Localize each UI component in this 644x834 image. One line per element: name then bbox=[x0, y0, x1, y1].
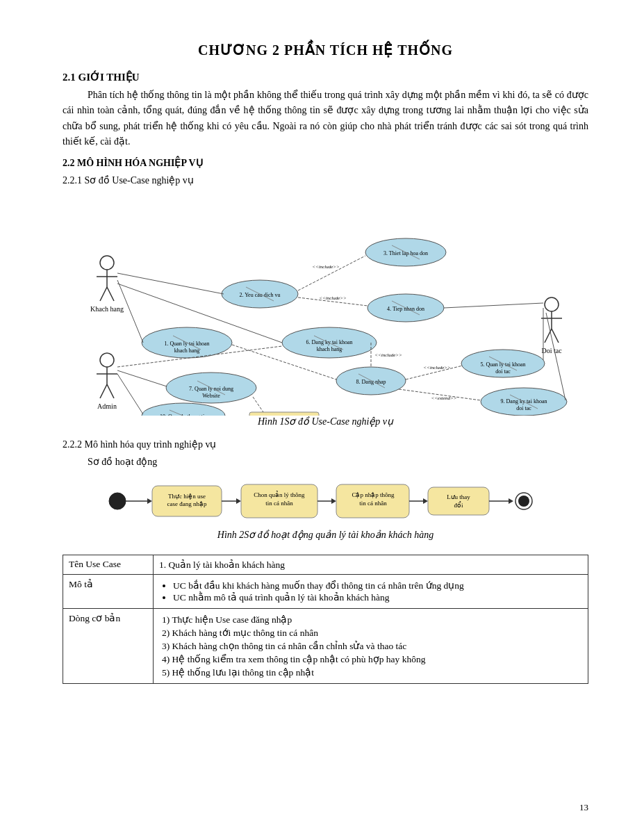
table-cell-label-2: Mô tả bbox=[63, 574, 154, 608]
svg-text:10. Quan ly thong tin: 10. Quan ly thong tin bbox=[159, 414, 206, 416]
table-row-description: Mô tả UC bắt đầu khi khách hàng muốn tha… bbox=[63, 574, 588, 608]
svg-text:tin cá nhân: tin cá nhân bbox=[265, 500, 293, 507]
flow-item-4: 4) Hệ thống kiểm tra xem thông tin cập n… bbox=[162, 653, 582, 665]
svg-text:6. Dang ky tai khoan: 6. Dang ky tai khoan bbox=[306, 339, 352, 345]
table-row-title: Tên Use Case 1. Quản lý tài khoản khách … bbox=[63, 555, 588, 574]
flow-item-5: 5) Hệ thống lưu lại thông tin cập nhật bbox=[162, 667, 582, 678]
svg-text:5. Quan ly tai khoan: 5. Quan ly tai khoan bbox=[480, 361, 525, 368]
svg-marker-96 bbox=[423, 498, 428, 504]
activity-caption: Hình 2Sơ đồ hoạt động quản lý tài khoản … bbox=[217, 529, 434, 541]
section-2-1-title: 2.1 GIỚI THIỆU bbox=[63, 71, 588, 83]
flow-item-3: 3) Khách hàng chọn thông tin cá nhân cần… bbox=[162, 640, 582, 652]
activity-svg: Thực hiện use case đang nhập Chon quản l… bbox=[100, 473, 552, 529]
section-2-1-text: Phân tích hệ thống thông tin là một phần… bbox=[63, 88, 588, 150]
svg-text:<<extend>>: <<extend>> bbox=[431, 395, 456, 401]
page: CHƯƠNG 2 PHẦN TÍCH HỆ THỐNG 2.1 GIỚI THI… bbox=[0, 0, 644, 834]
table-cell-label-3: Dòng cơ bản bbox=[63, 608, 154, 683]
svg-text:9. Dang ky tai khoan: 9. Dang ky tai khoan bbox=[500, 398, 547, 404]
svg-marker-91 bbox=[331, 498, 336, 504]
svg-marker-86 bbox=[236, 498, 241, 504]
page-number: 13 bbox=[579, 802, 588, 813]
activity-diagram: Thực hiện use case đang nhập Chon quản l… bbox=[63, 473, 588, 549]
svg-text:Khach hang: Khach hang bbox=[90, 305, 123, 313]
description-item-1: UC bắt đầu khi khách hàng muốn thay đổi … bbox=[173, 580, 582, 591]
svg-text:Website: Website bbox=[202, 393, 220, 399]
svg-text:7. Quan ly noi dung: 7. Quan ly noi dung bbox=[189, 386, 233, 392]
table-row-flow: Dòng cơ bản 1) Thực hiện Use case đăng n… bbox=[63, 608, 588, 683]
svg-text:tin cá nhân: tin cá nhân bbox=[359, 500, 387, 507]
table-cell-value-2: UC bắt đầu khi khách hàng muốn thay đổi … bbox=[154, 574, 588, 608]
activity-sub-label: Sơ đồ hoạt động bbox=[63, 456, 588, 468]
table-cell-value-1: 1. Quản lý tài khoản khách hàng bbox=[154, 555, 588, 574]
svg-text:doi tac: doi tac bbox=[495, 368, 511, 375]
subsection-2-2-2: 2.2.2 Mô hình hóa quy trình nghiệp vụ bbox=[63, 439, 588, 450]
flow-item-2: 2) Khách hàng tới mục thông tin cá nhân bbox=[162, 627, 582, 639]
use-case-table: Tên Use Case 1. Quản lý tài khoản khách … bbox=[63, 555, 588, 684]
svg-text:đổi: đổi bbox=[454, 501, 463, 509]
description-item-2: UC nhằm mô tả quá trình quản lý tài khoả… bbox=[173, 591, 582, 603]
svg-rect-97 bbox=[428, 487, 489, 515]
svg-text:<<include>>: <<include>> bbox=[312, 264, 340, 270]
svg-text:3. Thiet lap hoa don: 3. Thiet lap hoa don bbox=[383, 250, 427, 256]
section-2-2-title: 2.2 MÔ HÌNH HÓA NGHIỆP VỤ bbox=[63, 157, 588, 169]
flow-item-1: 1) Thực hiện Use case đăng nhập bbox=[162, 614, 582, 626]
chapter-title: CHƯƠNG 2 PHẦN TÍCH HỆ THỐNG bbox=[63, 42, 588, 58]
svg-text:doi tac: doi tac bbox=[516, 405, 531, 411]
svg-text:Cập nhập thông: Cập nhập thông bbox=[352, 491, 395, 498]
svg-text:case đang nhập: case đang nhập bbox=[167, 500, 206, 507]
svg-marker-101 bbox=[509, 498, 513, 504]
svg-point-79 bbox=[109, 493, 126, 509]
svg-point-103 bbox=[518, 496, 529, 507]
svg-text:2. Yeu cau dich vu: 2. Yeu cau dich vu bbox=[239, 292, 280, 298]
svg-text:4. Tiep nhan don: 4. Tiep nhan don bbox=[387, 306, 424, 312]
svg-text:Thực hiện use: Thực hiện use bbox=[168, 493, 206, 500]
svg-text:Doi tac: Doi tac bbox=[541, 347, 562, 354]
svg-text:<<include>>: <<include>> bbox=[374, 352, 402, 358]
svg-text:1. Quan ly tai khoan: 1. Quan ly tai khoan bbox=[164, 341, 209, 347]
use-case-svg: Khach hang Admin Doi tac bbox=[65, 193, 586, 416]
use-case-diagram: Khach hang Admin Doi tac bbox=[63, 193, 588, 436]
svg-text:8. Dang nhap: 8. Dang nhap bbox=[356, 379, 386, 385]
table-cell-label-1: Tên Use Case bbox=[63, 555, 154, 574]
svg-text:<<include>>: <<include>> bbox=[319, 295, 347, 301]
table-cell-value-3: 1) Thực hiện Use case đăng nhập 2) Khách… bbox=[154, 608, 588, 683]
svg-text:khach hang: khach hang bbox=[174, 348, 199, 354]
subsection-2-2-1: 2.2.1 Sơ đồ Use-Case nghiệp vụ bbox=[63, 174, 588, 186]
svg-text:Lưu thay: Lưu thay bbox=[447, 493, 470, 500]
svg-marker-81 bbox=[147, 498, 152, 504]
svg-text:<<include>>: <<include>> bbox=[423, 365, 451, 370]
svg-text:Chon quản lý thông: Chon quản lý thông bbox=[254, 491, 305, 498]
svg-text:Admin: Admin bbox=[97, 402, 117, 410]
diagram-caption-1: Hình 1Sơ đồ Use-Case nghiệp vụ bbox=[258, 416, 393, 427]
